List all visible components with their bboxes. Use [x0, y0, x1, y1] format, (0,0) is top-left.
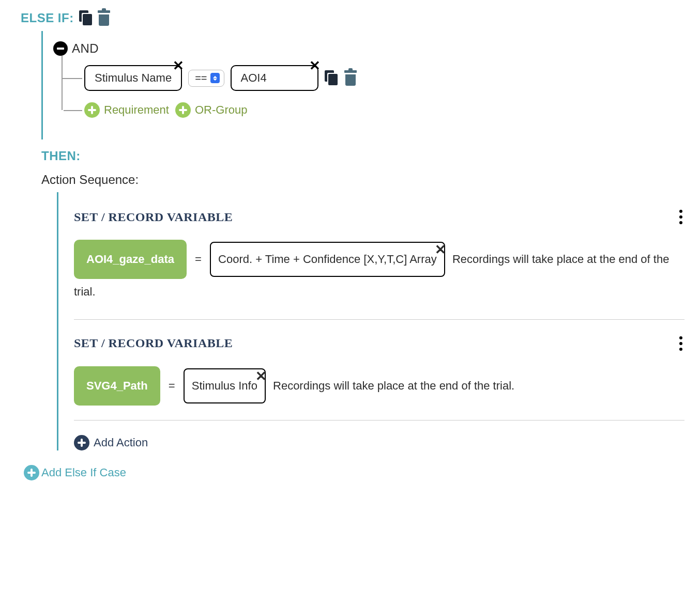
close-icon[interactable]: ✕: [255, 362, 267, 391]
collapse-icon[interactable]: [53, 41, 68, 56]
comparator-label: ==: [195, 72, 207, 84]
kebab-icon[interactable]: [677, 208, 684, 226]
plus-icon: [175, 102, 191, 118]
chevron-updown-icon: [210, 73, 220, 83]
add-orgroup-label: OR-Group: [195, 103, 247, 117]
plus-icon: [84, 102, 100, 118]
action-card: SET / RECORD VARIABLE SVG4_Path = Stimul…: [74, 334, 684, 421]
then-label: THEN:: [41, 149, 684, 163]
add-action-button[interactable]: Add Action: [74, 435, 684, 450]
condition-row: Stimulus Name ✕ == AOI4 ✕: [63, 65, 684, 91]
condition-left-text: Stimulus Name: [95, 71, 172, 84]
equals-sign: =: [169, 379, 175, 392]
close-icon[interactable]: ✕: [309, 59, 321, 72]
and-operator-row: AND: [53, 41, 684, 56]
condition-left-chip[interactable]: Stimulus Name ✕: [84, 65, 182, 91]
value-text: Coord. + Time + Confidence [X,Y,T,C] Arr…: [218, 253, 437, 266]
add-elseif-button[interactable]: Add Else If Case: [24, 465, 684, 480]
elseif-header: ELSE IF:: [21, 10, 684, 26]
close-icon[interactable]: ✕: [173, 59, 184, 72]
variable-pill[interactable]: AOI4_gaze_data: [74, 240, 187, 279]
trash-icon[interactable]: [344, 70, 357, 86]
condition-tree: Stimulus Name ✕ == AOI4 ✕ Requireme: [62, 56, 684, 118]
add-action-label: Add Action: [94, 436, 148, 449]
close-icon[interactable]: ✕: [435, 235, 446, 265]
action-sequence-label: Action Sequence:: [41, 173, 684, 187]
recording-note: Recordings will take place at the end of…: [273, 379, 514, 392]
kebab-icon[interactable]: [677, 334, 684, 353]
value-box[interactable]: Coord. + Time + Confidence [X,Y,T,C] Arr…: [210, 242, 445, 277]
action-title: SET / RECORD VARIABLE: [74, 336, 233, 350]
action-title: SET / RECORD VARIABLE: [74, 210, 233, 224]
equals-sign: =: [195, 253, 202, 266]
add-orgroup-button[interactable]: OR-Group: [175, 102, 247, 118]
plus-icon: [24, 465, 39, 480]
condition-add-row: Requirement OR-Group: [63, 102, 684, 118]
add-requirement-button[interactable]: Requirement: [84, 102, 169, 118]
plus-icon: [74, 435, 89, 450]
value-box[interactable]: Stimulus Info ✕: [184, 368, 266, 403]
condition-right-chip[interactable]: AOI4 ✕: [231, 65, 318, 91]
comparator-select[interactable]: ==: [188, 70, 224, 87]
copy-icon[interactable]: [79, 10, 93, 26]
copy-icon[interactable]: [325, 70, 338, 86]
trash-icon[interactable]: [98, 10, 110, 26]
action-rail: SET / RECORD VARIABLE AOI4_gaze_data = C…: [57, 192, 684, 450]
elseif-label: ELSE IF:: [21, 11, 74, 25]
variable-pill[interactable]: SVG4_Path: [74, 366, 160, 406]
condition-rail: AND Stimulus Name ✕ == AOI4 ✕: [41, 31, 684, 139]
add-elseif-label: Add Else If Case: [41, 466, 126, 479]
condition-right-text: AOI4: [241, 71, 267, 84]
and-operator-label: AND: [72, 41, 99, 56]
add-requirement-label: Requirement: [104, 103, 169, 117]
value-text: Stimulus Info: [192, 379, 257, 392]
action-card: SET / RECORD VARIABLE AOI4_gaze_data = C…: [74, 208, 684, 320]
